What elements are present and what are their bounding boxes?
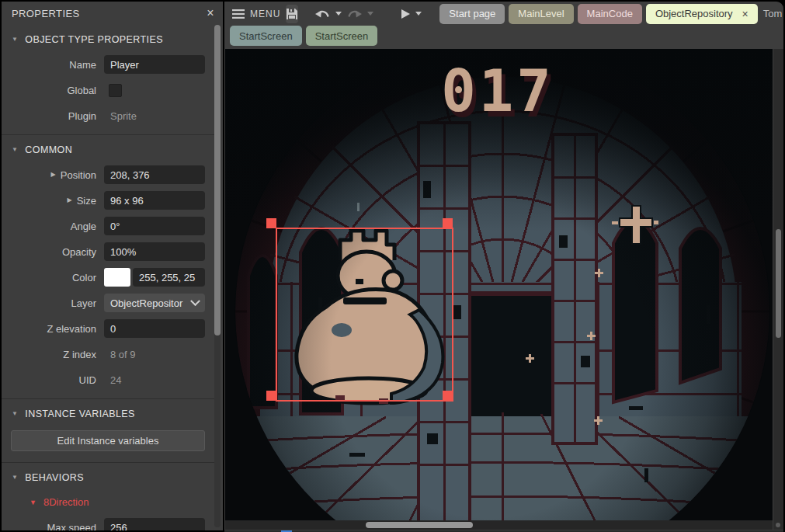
section-header-instance-variables[interactable]: ▼ INSTANCE VARIABLES	[2, 403, 214, 429]
property-row-layer: Layer ObjectRepositor	[2, 294, 205, 312]
position-field[interactable]: 208, 376	[104, 165, 205, 184]
menu-button[interactable]: MENU	[232, 9, 280, 19]
tab-close-icon[interactable]: ×	[742, 8, 749, 20]
hamburger-icon	[232, 9, 245, 19]
color-label: Color	[2, 272, 104, 283]
collapse-icon: ▼	[30, 499, 36, 506]
workspace: MENU	[224, 2, 783, 530]
selection-handle-bottom-right[interactable]	[443, 391, 453, 401]
property-row-uid: UID 24	[2, 370, 205, 389]
plugin-label: Plugin	[2, 110, 104, 122]
size-label: ▶ Size	[2, 195, 104, 207]
menu-label: MENU	[250, 9, 280, 19]
properties-panel: PROPERTIES × ▼ OBJECT TYPE PROPERTIES Na…	[2, 2, 223, 530]
user-name: Tom	[763, 8, 783, 19]
section-title: OBJECT TYPE PROPERTIES	[25, 34, 163, 45]
section-title: COMMON	[25, 144, 72, 155]
layer-label: Layer	[2, 297, 104, 309]
vertical-scrollbar-thumb[interactable]	[776, 229, 781, 338]
global-label: Global	[2, 85, 104, 96]
horizontal-scrollbar-thumb[interactable]	[366, 522, 473, 528]
color-swatch[interactable]	[104, 268, 130, 287]
close-icon[interactable]: ×	[207, 7, 214, 19]
property-row-opacity: Opacity 100%	[2, 242, 205, 261]
z-elevation-label: Z elevation	[2, 323, 104, 335]
property-row-name: Name Player	[2, 55, 205, 74]
tab-maincode[interactable]: MainCode	[578, 4, 642, 24]
opacity-label: Opacity	[2, 246, 104, 258]
uid-value: 24	[104, 374, 205, 386]
property-row-max-speed: Max speed 256	[2, 518, 205, 530]
tab-startscreen-layout[interactable]: StartScreen	[230, 26, 302, 46]
section-instance-variables: ▼ INSTANCE VARIABLES Edit Instance varia…	[2, 398, 214, 462]
layout-editor-canvas[interactable]: 017 017	[225, 49, 773, 522]
properties-panel-title: PROPERTIES	[12, 8, 80, 19]
collapse-icon: ▼	[12, 475, 18, 481]
svg-text:017: 017	[441, 57, 554, 124]
section-title: INSTANCE VARIABLES	[25, 409, 135, 419]
layer-value: ObjectRepositor	[110, 297, 182, 309]
collapse-icon: ▼	[12, 147, 18, 153]
play-dropdown-caret-icon[interactable]	[415, 12, 422, 16]
max-speed-field[interactable]: 256	[104, 518, 205, 530]
user-account[interactable]: Tom	[763, 5, 783, 23]
property-row-color: Color 255, 255, 25	[2, 268, 205, 287]
angle-label: Angle	[2, 221, 104, 232]
z-index-value: 8 of 9	[104, 349, 205, 360]
undo-icon	[315, 9, 330, 19]
save-button[interactable]	[286, 5, 298, 23]
main-toolbar: MENU	[224, 2, 783, 26]
property-row-z-elevation: Z elevation 0	[2, 319, 205, 338]
property-row-z-index: Z index 8 of 9	[2, 345, 205, 363]
scrollbar-corner	[773, 520, 783, 530]
tab-mainlevel[interactable]: MainLevel	[509, 4, 573, 24]
max-speed-label: Max speed	[2, 522, 104, 531]
section-behaviors: ▼ BEHAVIORS ▼ 8Direction Max speed 256 A…	[2, 462, 214, 530]
redo-dropdown-caret-icon	[367, 12, 373, 16]
color-field[interactable]: 255, 255, 25	[133, 268, 205, 287]
z-index-label: Z index	[2, 349, 104, 360]
name-field[interactable]: Player	[104, 55, 205, 74]
behavior-8direction[interactable]: ▼ 8Direction	[2, 493, 214, 518]
opacity-field[interactable]: 100%	[104, 242, 205, 261]
section-header-object-type[interactable]: ▼ OBJECT TYPE PROPERTIES	[2, 29, 214, 55]
collapse-icon: ▼	[12, 411, 18, 417]
canvas-vertical-scrollbar[interactable]	[773, 49, 783, 522]
properties-panel-body: ▼ OBJECT TYPE PROPERTIES Name Player Glo…	[2, 25, 214, 530]
tab-startscreen-eventsheet[interactable]: StartScreen	[306, 26, 378, 46]
size-field[interactable]: 96 x 96	[104, 191, 205, 210]
property-row-angle: Angle 0°	[2, 217, 205, 235]
properties-panel-header: PROPERTIES ×	[2, 2, 223, 25]
position-label: ▶ Position	[2, 169, 104, 181]
canvas-horizontal-scrollbar[interactable]	[225, 520, 773, 530]
document-tabs: Start page MainLevel MainCode ObjectRepo…	[439, 4, 757, 24]
selection-handle-top-left[interactable]	[266, 218, 276, 228]
selection-handle-top-right[interactable]	[443, 218, 453, 228]
edit-instance-variables-button[interactable]: Edit Instance variables	[11, 430, 205, 451]
tab-objectrepository-active[interactable]: ObjectRepository ×	[646, 4, 758, 24]
selection-handle-bottom-left[interactable]	[266, 391, 276, 401]
layout-tabs: StartScreen StartScreen	[224, 26, 783, 48]
tab-start-page[interactable]: Start page	[439, 4, 505, 24]
property-row-position: ▶ Position 208, 376	[2, 165, 205, 184]
section-common: ▼ COMMON ▶ Position 208, 376 ▶ Size 96 x…	[2, 134, 214, 398]
section-header-common[interactable]: ▼ COMMON	[2, 139, 214, 165]
properties-scrollbar[interactable]	[214, 25, 221, 527]
undo-dropdown-caret-icon[interactable]	[335, 12, 342, 16]
property-row-global: Global	[2, 81, 205, 99]
z-elevation-field[interactable]: 0	[104, 319, 205, 338]
chevron-down-icon	[190, 296, 200, 306]
scene-canvas[interactable]: 017 017	[225, 49, 773, 522]
properties-scrollbar-thumb[interactable]	[214, 25, 221, 336]
angle-field[interactable]: 0°	[104, 217, 205, 235]
name-label: Name	[2, 59, 104, 71]
undo-button[interactable]	[315, 9, 342, 19]
layer-dropdown[interactable]: ObjectRepositor	[104, 294, 205, 312]
section-title: BEHAVIORS	[25, 472, 84, 483]
global-checkbox[interactable]	[109, 84, 122, 97]
expand-icon[interactable]: ▶	[68, 197, 72, 203]
expand-icon[interactable]: ▶	[51, 172, 56, 178]
section-header-behaviors[interactable]: ▼ BEHAVIORS	[2, 467, 214, 493]
play-button[interactable]	[401, 9, 422, 19]
redo-button[interactable]	[347, 9, 373, 19]
